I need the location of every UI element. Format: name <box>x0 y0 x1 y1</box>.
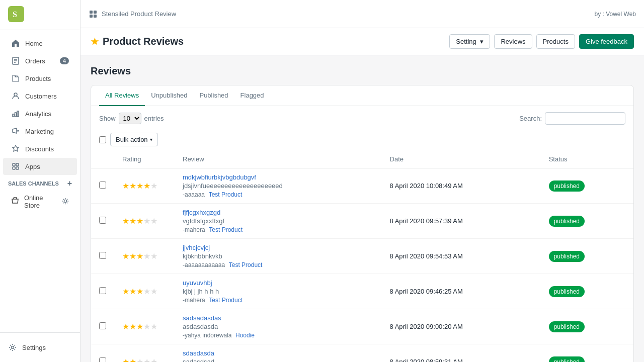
row-checkbox[interactable] <box>99 287 106 294</box>
bulk-action-button[interactable]: Bulk action ▾ <box>110 133 158 146</box>
review-product[interactable]: Hoodie <box>235 332 255 339</box>
review-title[interactable]: jjvhcjcvjcj <box>183 244 374 251</box>
setting-button[interactable]: Setting ▾ <box>449 34 490 49</box>
review-product[interactable]: Test Product <box>229 261 263 268</box>
review-product[interactable]: Test Product <box>209 191 243 198</box>
svg-rect-14 <box>16 163 19 166</box>
table-row: ★★★★★ jjvhcjcvjcj kjbknbbnkvkb -aaaaaaaa… <box>91 239 633 274</box>
row-status: published <box>541 309 633 344</box>
reviews-card: All Reviews Unpublished Published Flagge… <box>91 85 634 362</box>
search-input[interactable] <box>545 112 625 125</box>
row-review: jjvhcjcvjcj kjbknbbnkvkb -aaaaaaaaaaaa T… <box>175 239 382 274</box>
tab-flagged[interactable]: Flagged <box>234 85 270 106</box>
row-review: sadsadasdas asdasdasda -yahya indorewala… <box>175 309 382 344</box>
review-body: asdasdasda <box>183 323 374 330</box>
svg-text:S: S <box>13 10 17 19</box>
main-content: Stensiled Product Review by : Vowel Web … <box>80 0 644 362</box>
table-row: ★★★★★ mdkjwbfiurbkjvbgbdubgvf jdsjivnfue… <box>91 168 633 204</box>
row-checkbox[interactable] <box>99 182 106 189</box>
sidebar-item-home[interactable]: Home <box>3 35 77 52</box>
reviews-section-title: Reviews <box>91 65 634 77</box>
give-feedback-button[interactable]: Give feedback <box>579 34 634 49</box>
reviews-table: Rating Review Date Status <box>91 150 633 362</box>
reviews-tabs: All Reviews Unpublished Published Flagge… <box>91 85 633 106</box>
tab-all-reviews[interactable]: All Reviews <box>99 85 145 106</box>
tab-published[interactable]: Published <box>193 85 234 106</box>
row-checkbox-cell <box>91 168 114 204</box>
table-header: Rating Review Date Status <box>91 150 633 168</box>
svg-marker-10 <box>13 128 17 133</box>
svg-rect-22 <box>94 15 97 18</box>
review-title[interactable]: sdasdasda <box>183 349 374 357</box>
customers-icon <box>11 92 20 101</box>
row-checkbox[interactable] <box>99 217 106 224</box>
review-title[interactable]: sadsadasdas <box>183 314 374 322</box>
review-author: -mahera <box>183 297 205 304</box>
sidebar-item-customers[interactable]: Customers <box>3 87 77 105</box>
products-button[interactable]: Products <box>536 34 575 49</box>
page-header: ★ Product Reviews Setting ▾ Reviews Prod… <box>80 28 644 55</box>
review-body: jdsjivnfueeeeeeeeeeeeeeeeeeeed <box>183 182 374 190</box>
review-product[interactable]: Test Product <box>209 297 243 304</box>
star-icon: ★ <box>91 36 99 47</box>
sidebar-item-discounts[interactable]: Discounts <box>3 140 77 157</box>
online-store-settings-icon[interactable] <box>62 198 69 206</box>
row-rating: ★★★★★ <box>114 274 175 309</box>
select-all-checkbox[interactable] <box>99 136 106 143</box>
row-checkbox[interactable] <box>99 357 106 362</box>
sidebar-item-analytics[interactable]: Analytics <box>3 105 77 122</box>
status-badge: published <box>549 180 585 192</box>
products-icon <box>11 74 20 83</box>
review-title[interactable]: uyuvuvhbj <box>183 279 374 287</box>
page-title: ★ Product Reviews <box>91 36 449 47</box>
row-checkbox-cell <box>91 309 114 344</box>
review-body: kjbj j jh h h h <box>183 288 374 295</box>
sidebar-item-orders[interactable]: Orders 4 <box>3 52 77 69</box>
entries-select[interactable]: 10 25 50 <box>119 113 141 124</box>
row-checkbox-cell <box>91 204 114 239</box>
page-title-text: Product Reviews <box>103 36 184 47</box>
row-review: sdasdasda sadasdsad -dsdadasdsa Hoodie <box>175 344 382 363</box>
sidebar-item-marketing[interactable]: Marketing <box>3 123 77 140</box>
status-badge: published <box>549 321 585 332</box>
svg-rect-21 <box>90 15 93 18</box>
sidebar-item-apps[interactable]: Apps <box>3 158 77 175</box>
reviews-button[interactable]: Reviews <box>494 34 532 49</box>
row-review: uyuvuvhbj kjbj j jh h h h -mahera Test P… <box>175 274 382 309</box>
reviews-table-body: ★★★★★ mdkjwbfiurbkjvbgbdubgvf jdsjivnfue… <box>91 168 633 363</box>
sidebar-item-online-store[interactable]: Online Store <box>3 190 77 213</box>
review-author: -aaaaaa <box>183 191 205 198</box>
svg-rect-9 <box>17 111 19 117</box>
sidebar-item-home-label: Home <box>25 40 43 47</box>
row-date: 8 April 2020 09:00:20 AM <box>382 309 541 344</box>
bulk-action-row: Bulk action ▾ <box>91 131 633 150</box>
sidebar-item-settings[interactable]: Settings <box>8 339 72 356</box>
sidebar-navigation: Home Orders 4 Products Customers Analy <box>0 30 80 332</box>
sidebar-item-products[interactable]: Products <box>3 70 77 87</box>
svg-rect-19 <box>90 11 93 14</box>
settings-label: Settings <box>22 344 46 351</box>
search-label: Search: <box>519 115 542 122</box>
home-icon <box>11 39 20 48</box>
shopify-logo-icon: S <box>8 6 24 22</box>
content-area: Reviews All Reviews Unpublished Publishe… <box>80 55 644 362</box>
row-checkbox[interactable] <box>99 322 106 329</box>
review-title[interactable]: fjfjcgxhxgzgd <box>183 209 374 216</box>
row-rating: ★★★★★ <box>114 344 175 363</box>
bulk-chevron-icon: ▾ <box>150 137 152 142</box>
review-title[interactable]: mdkjwbfiurbkjvbgbdubgvf <box>183 173 374 181</box>
review-meta: -mahera Test Product <box>183 296 374 304</box>
row-checkbox[interactable] <box>99 252 106 259</box>
status-badge: published <box>549 216 585 227</box>
header-rating: Rating <box>114 150 175 168</box>
orders-badge: 4 <box>60 57 69 64</box>
review-meta: -aaaaaa Test Product <box>183 191 374 198</box>
add-sales-channel-button[interactable]: + <box>67 179 72 188</box>
row-rating: ★★★★★ <box>114 204 175 239</box>
show-label: Show <box>99 115 116 122</box>
sidebar-footer: Settings <box>0 332 80 362</box>
tab-unpublished[interactable]: Unpublished <box>145 85 193 106</box>
review-product[interactable]: Test Product <box>209 226 243 233</box>
review-meta: -aaaaaaaaaaaa Test Product <box>183 261 374 268</box>
row-review: mdkjwbfiurbkjvbgbdubgvf jdsjivnfueeeeeee… <box>175 168 382 204</box>
